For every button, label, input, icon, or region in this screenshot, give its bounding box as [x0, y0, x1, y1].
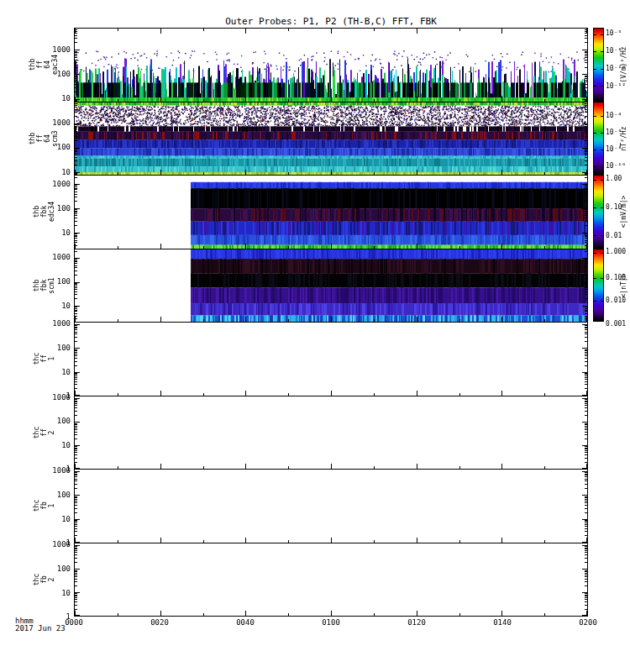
axis-tick — [75, 379, 77, 380]
axis-tick — [585, 92, 587, 92]
axis-tick — [75, 286, 77, 286]
axis-tick — [118, 613, 118, 616]
colorbar-tick — [594, 207, 596, 208]
tplot-figure: Outer Probes: P1, P2 (TH-B,C) FFT, FBK h… — [0, 0, 630, 672]
axis-tick — [417, 29, 417, 34]
axis-tick — [585, 209, 587, 210]
axis-tick — [75, 424, 77, 425]
axis-tick — [585, 454, 587, 455]
axis-tick — [585, 165, 587, 165]
axis-tick — [585, 458, 587, 459]
axis-tick — [544, 613, 545, 616]
axis-tick — [585, 358, 587, 359]
axis-tick — [585, 597, 587, 598]
axis-tick — [585, 42, 587, 43]
axis-tick — [585, 60, 587, 60]
axis-tick — [585, 526, 587, 527]
axis-tick — [75, 448, 77, 449]
colorbar-tick — [601, 51, 603, 52]
panel-thc-ff-2 — [74, 396, 588, 469]
axis-tick — [203, 613, 204, 616]
axis-tick — [585, 355, 587, 356]
axis-tick — [585, 403, 587, 404]
colorbar-tick-label: 10⁻¹⁰ — [606, 162, 626, 170]
axis-tick — [585, 126, 587, 127]
axis-tick — [75, 133, 77, 134]
colorbar-tick-label: 10⁻¹² — [606, 82, 626, 90]
axis-tick — [75, 426, 77, 427]
axis-tick — [585, 512, 587, 513]
axis-tick — [585, 474, 587, 475]
axis-tick — [585, 352, 587, 353]
axis-tick — [585, 225, 587, 226]
colorbar-tick-label: 1.00 — [606, 175, 622, 182]
axis-tick — [75, 140, 77, 141]
axis-tick — [160, 29, 161, 34]
axis-tick — [75, 581, 77, 582]
axis-tick — [585, 361, 587, 362]
axis-tick — [75, 399, 77, 400]
axis-tick — [585, 116, 587, 117]
axis-tick — [585, 432, 587, 433]
axis-tick — [75, 127, 77, 128]
axis-tick — [585, 298, 587, 299]
axis-tick — [417, 611, 417, 616]
axis-tick — [585, 192, 587, 192]
axis-tick — [75, 29, 76, 34]
axis-tick — [585, 554, 587, 555]
axis-tick — [585, 215, 587, 216]
ytick-label: 10 — [34, 589, 71, 597]
axis-tick — [75, 261, 77, 262]
axis-tick — [585, 221, 587, 222]
axis-tick — [585, 497, 587, 498]
axis-tick — [75, 458, 77, 459]
axis-tick — [288, 29, 289, 31]
axis-tick — [75, 275, 77, 276]
axis-tick — [585, 426, 587, 427]
axis-tick — [585, 291, 587, 292]
axis-tick — [75, 462, 77, 463]
axis-tick — [75, 452, 77, 453]
axis-tick — [75, 479, 77, 480]
axis-tick — [585, 54, 587, 55]
axis-tick — [585, 194, 587, 195]
ytick-label: 1000 — [34, 466, 71, 475]
colorbar-tick — [601, 69, 603, 70]
ytick-label: 100 — [34, 143, 71, 151]
axis-tick — [75, 333, 77, 334]
axis-tick — [75, 332, 77, 333]
axis-tick — [75, 54, 77, 55]
axis-tick — [585, 508, 587, 509]
colorbar-tick-label: 10⁻⁶ — [606, 29, 622, 37]
axis-tick — [585, 520, 587, 521]
axis-tick — [75, 78, 77, 79]
axis-tick — [75, 160, 77, 161]
colorbar-tick — [594, 320, 596, 321]
axis-tick — [75, 401, 77, 402]
axis-tick — [585, 329, 587, 330]
axis-tick — [75, 126, 77, 127]
axis-tick — [75, 337, 77, 338]
axis-tick — [75, 381, 77, 382]
axis-tick — [75, 405, 77, 406]
axis-tick — [585, 605, 587, 606]
axis-tick — [585, 212, 587, 213]
axis-tick — [374, 613, 375, 616]
axis-tick — [586, 611, 587, 616]
axis-tick — [585, 402, 587, 402]
axis-tick — [585, 570, 587, 571]
axis-tick — [585, 261, 587, 262]
axis-tick — [75, 213, 77, 214]
axis-tick — [585, 448, 587, 449]
axis-tick — [75, 374, 77, 375]
axis-tick — [203, 29, 204, 31]
axis-tick — [75, 105, 77, 106]
colorbar-tick — [601, 34, 603, 35]
axis-tick — [585, 475, 587, 475]
plot-title: Outer Probes: P1, P2 (TH-B,C) FFT, FBK — [74, 16, 588, 27]
axis-tick — [75, 505, 77, 506]
axis-tick — [585, 552, 587, 553]
panel-thc-fb-2 — [74, 543, 588, 617]
axis-tick — [585, 151, 587, 152]
axis-tick — [585, 502, 587, 503]
